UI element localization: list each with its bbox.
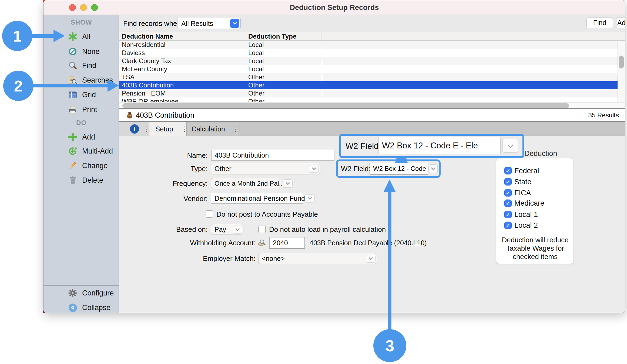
tab-calculation[interactable]: Calculation	[187, 122, 238, 136]
w2-callout-input: W2 Box 12 - Code E - Ele	[378, 137, 501, 154]
cell-type: Other	[248, 89, 264, 97]
multi-add-icon	[68, 147, 78, 156]
w2-field-input[interactable]: W2 Box 12 - Code E - Ele	[370, 163, 428, 175]
vertical-scrollbar[interactable]	[618, 41, 625, 102]
w2-dropdown-button[interactable]	[428, 164, 438, 173]
tab-menu-dots-icon[interactable]	[143, 125, 150, 133]
collapse-icon	[68, 303, 78, 312]
based-on-dropdown-button[interactable]	[233, 226, 242, 233]
annotation-step-2: 2	[3, 71, 33, 101]
table-row[interactable]: McLean CountyLocal	[119, 65, 618, 73]
cell-type: Local	[248, 65, 264, 73]
medicare-checkbox[interactable]	[504, 200, 512, 207]
horizontal-scrollbar-thumb[interactable]	[122, 103, 569, 108]
annotation-arrow-1	[32, 34, 54, 38]
withholding-account-input[interactable]: 2040	[269, 237, 305, 249]
withholding-account-value: 2040	[273, 239, 288, 247]
sidebar-item-change[interactable]: Change	[43, 160, 119, 172]
federal-checkbox[interactable]	[504, 167, 512, 175]
results-filter-value: All Results	[181, 19, 213, 27]
w2-callout-value: W2 Box 12 - Code E - Ele	[382, 141, 478, 151]
close-traffic-light[interactable]	[69, 4, 76, 11]
vendor-dropdown-button[interactable]	[305, 194, 315, 202]
w2-field-highlight: W2 Field: W2 Box 12 - Code E - Ele	[336, 159, 441, 178]
based-on-value: Pay	[214, 226, 226, 233]
table-row[interactable]: DaviessLocal	[119, 49, 618, 57]
column-divider	[321, 33, 321, 40]
type-dropdown[interactable]: Other	[211, 163, 320, 174]
vertical-scrollbar-thumb[interactable]	[619, 56, 624, 69]
table-row[interactable]: Non-residentialLocal	[119, 41, 618, 49]
advanced-find-button[interactable]: Advanced Find	[616, 17, 625, 28]
frequency-dropdown-button[interactable]	[283, 179, 293, 188]
table-row-selected[interactable]: 403B ContributionOther	[119, 81, 618, 89]
sidebar-item-multi-add[interactable]: Multi-Add	[43, 145, 119, 157]
deduction-setup-window: Deduction Setup Records SHOW All No	[43, 0, 625, 313]
frequency-dropdown[interactable]: Once a Month 2nd Pai...	[211, 178, 281, 189]
fica-checkbox[interactable]	[504, 189, 512, 197]
tab-info[interactable]	[119, 122, 149, 136]
employer-match-dropdown-button[interactable]	[366, 255, 375, 263]
fica-label: FICA	[514, 189, 531, 197]
sidebar-item-label: Add	[82, 133, 95, 141]
sidebar-item-label: All	[82, 33, 90, 41]
sidebar-item-label: Find	[82, 62, 96, 70]
minimize-traffic-light[interactable]	[80, 4, 87, 11]
sidebar-item-label: None	[82, 47, 100, 56]
tab-menu-dots-icon[interactable]	[232, 125, 239, 133]
gear-icon	[68, 288, 78, 298]
local2-label: Local 2	[514, 221, 538, 230]
sidebar: SHOW All None	[43, 15, 119, 313]
filter-dropdown-button[interactable]	[230, 19, 239, 28]
state-checkbox[interactable]	[504, 178, 512, 186]
window-title: Deduction Setup Records	[43, 0, 625, 15]
local1-checkbox[interactable]	[504, 211, 512, 218]
table-row[interactable]: TSAOther	[119, 73, 618, 81]
none-icon	[68, 47, 78, 56]
tab-label: Setup	[149, 125, 179, 133]
state-label: State	[514, 178, 531, 186]
vendor-input[interactable]: Denominational Pension Fund	[211, 193, 303, 204]
find-button[interactable]: Find	[586, 17, 613, 28]
type-dropdown-button[interactable]	[309, 165, 319, 173]
name-label: Name:	[160, 151, 208, 160]
sidebar-item-print[interactable]: Print	[43, 104, 119, 115]
medicare-label: Medicare	[514, 199, 544, 207]
column-header-deduction-name[interactable]: Deduction Name	[122, 32, 173, 41]
sidebar-item-label: Grid	[82, 91, 96, 99]
tab-setup[interactable]: Setup	[149, 122, 187, 136]
no-post-ap-checkbox[interactable]	[206, 210, 213, 218]
sidebar-item-delete[interactable]: Delete	[43, 174, 119, 186]
account-lookup-icon[interactable]	[258, 239, 266, 248]
based-on-dropdown[interactable]: Pay	[211, 224, 243, 235]
info-icon	[130, 124, 139, 134]
employer-match-dropdown[interactable]: <none>	[258, 253, 377, 264]
table-row[interactable]: WBF-OR-employeeOther	[119, 97, 618, 102]
local2-checkbox[interactable]	[504, 222, 512, 229]
chevron-down-icon	[312, 166, 316, 170]
annotation-step-3: 3	[373, 329, 406, 362]
deduction-table: Non-residentialLocal DaviessLocal Clark …	[119, 41, 618, 102]
sidebar-item-none[interactable]: None	[43, 46, 119, 57]
sidebar-item-find[interactable]: Find	[43, 60, 119, 72]
sidebar-show-header: SHOW	[54, 19, 108, 26]
sidebar-item-add[interactable]: Add	[43, 131, 119, 143]
cell-name: WBF-OR-employee	[122, 97, 178, 102]
sidebar-item-configure[interactable]: Configure	[43, 287, 119, 299]
results-filter-select[interactable]: All Results	[177, 18, 241, 29]
name-input[interactable]: 403B Contribution	[211, 150, 334, 161]
zoom-traffic-light[interactable]	[91, 4, 98, 11]
saved-searches-icon	[68, 76, 78, 85]
table-row[interactable]: Clark County TaxLocal	[119, 57, 618, 65]
no-autoload-checkbox[interactable]	[258, 226, 266, 233]
cell-type: Local	[248, 41, 264, 49]
horizontal-scrollbar[interactable]	[119, 102, 625, 108]
sidebar-item-collapse[interactable]: Collapse	[43, 302, 119, 313]
asterisk-all-icon	[68, 32, 78, 41]
grid-icon	[68, 90, 78, 99]
table-row[interactable]: Pension - EOMOther	[119, 89, 618, 97]
no-autoload-label: Do not auto load in payroll calculation	[269, 225, 386, 234]
w2-field-zoom-callout: W2 Field: W2 Box 12 - Code E - Ele	[339, 134, 524, 158]
deduction-note-line: checked items	[499, 253, 571, 261]
column-header-deduction-type[interactable]: Deduction Type	[248, 32, 296, 41]
